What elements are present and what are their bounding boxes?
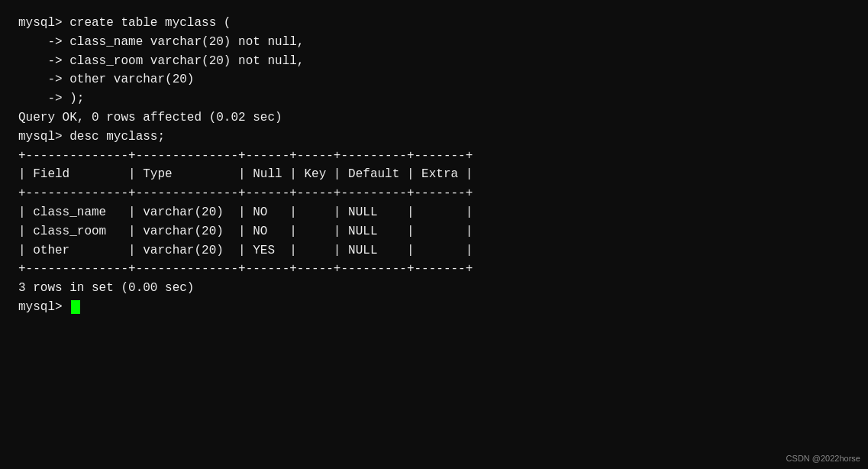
terminal-line: | class_room | varchar(20) | NO | | NULL…	[18, 222, 850, 241]
terminal-window: mysql> create table myclass ( -> class_n…	[0, 0, 868, 469]
terminal-line: mysql> desc myclass;	[18, 128, 850, 147]
terminal-cursor	[71, 300, 80, 314]
terminal-line: +--------------+--------------+------+--…	[18, 260, 850, 279]
terminal-line: | other | varchar(20) | YES | | NULL | |	[18, 241, 850, 260]
terminal-line: | Field | Type | Null | Key | Default | …	[18, 165, 850, 184]
terminal-line: | class_name | varchar(20) | NO | | NULL…	[18, 203, 850, 222]
watermark: CSDN @2022horse	[786, 454, 860, 463]
terminal-line: mysql> create table myclass (	[18, 14, 850, 33]
terminal-line: +--------------+--------------+------+--…	[18, 147, 850, 166]
terminal-line: -> class_name varchar(20) not null,	[18, 33, 850, 52]
terminal-line: mysql>	[18, 298, 850, 317]
terminal-line: 3 rows in set (0.00 sec)	[18, 279, 850, 298]
terminal-line: -> class_room varchar(20) not null,	[18, 52, 850, 71]
terminal-line: -> );	[18, 89, 850, 108]
terminal-line: Query OK, 0 rows affected (0.02 sec)	[18, 108, 850, 128]
terminal-line: +--------------+--------------+------+--…	[18, 184, 850, 203]
terminal-line: -> other varchar(20)	[18, 70, 850, 89]
